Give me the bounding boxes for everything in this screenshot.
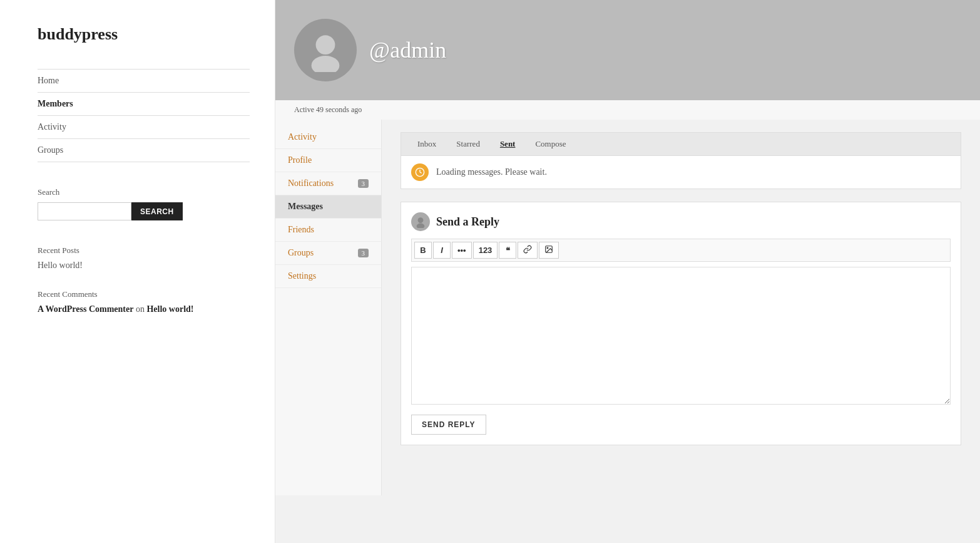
notifications-badge: 3 [358,179,369,188]
loading-text: Loading messages. Please wait. [436,167,547,177]
nav-item-groups[interactable]: Groups [38,139,250,162]
main-content: @admin Active 49 seconds ago Activity Pr… [275,0,980,543]
tab-starred[interactable]: Starred [446,133,490,155]
search-label: Search [38,187,250,197]
clock-icon [415,167,425,177]
left-sidebar: buddypress Home Members Activity Groups … [0,0,275,543]
user-nav-messages[interactable]: Messages [275,195,381,219]
svg-line-4 [420,172,422,173]
reply-textarea[interactable] [411,267,951,405]
comment-author: A WordPress Commenter [38,304,133,314]
nav-link-members[interactable]: Members [38,99,73,108]
messages-tabs: Inbox Starred Sent Compose [401,132,961,155]
reply-title-area: Send a Reply [411,212,951,231]
recent-posts-title: Recent Posts [38,246,250,256]
search-row: SEARCH [38,202,250,220]
recent-comments-section: Recent Comments A WordPress Commenter on… [38,289,250,314]
profile-header: @admin [275,0,980,100]
search-input[interactable] [38,202,131,220]
reply-avatar-icon [414,215,427,228]
user-nav-profile[interactable]: Profile [275,149,381,172]
nav-link-activity[interactable]: Activity [38,122,66,132]
user-nav-friends[interactable]: Friends [275,219,381,242]
recent-posts-section: Recent Posts Hello world! [38,246,250,271]
toolbar-italic[interactable]: I [433,242,451,259]
user-nav: Activity Profile Notifications 3 Message… [275,120,381,288]
profile-username: @admin [369,37,446,63]
svg-point-5 [418,217,424,223]
search-button[interactable]: SEARCH [131,202,183,220]
tab-inbox[interactable]: Inbox [407,133,446,155]
user-nav-groups[interactable]: Groups 3 [275,242,381,265]
toolbar-image[interactable] [539,242,559,259]
comment-entry: A WordPress Commenter on Hello world! [38,304,250,314]
user-nav-settings[interactable]: Settings [275,265,381,288]
avatar [294,19,357,81]
toolbar-blockquote[interactable]: ❝ [499,242,516,259]
loading-icon [411,163,429,181]
main-nav: Home Members Activity Groups [38,69,250,162]
toolbar-bold[interactable]: B [414,242,432,259]
recent-post-link[interactable]: Hello world! [38,261,250,271]
user-nav-column: Activity Profile Notifications 3 Message… [275,120,382,495]
nav-item-members[interactable]: Members [38,93,250,116]
nav-link-groups[interactable]: Groups [38,145,63,155]
link-icon [523,245,532,254]
recent-comments-title: Recent Comments [38,289,250,299]
reply-avatar [411,212,430,231]
avatar-icon [304,28,347,72]
user-nav-notifications[interactable]: Notifications 3 [275,172,381,195]
nav-item-activity[interactable]: Activity [38,116,250,139]
loading-area: Loading messages. Please wait. [401,155,961,189]
nav-link-home[interactable]: Home [38,76,59,85]
svg-point-0 [316,35,335,54]
send-reply-button[interactable]: SEND REPLY [411,415,486,435]
svg-point-6 [417,224,425,228]
tab-compose[interactable]: Compose [525,133,576,155]
image-icon [544,245,553,254]
user-nav-activity[interactable]: Activity [275,126,381,149]
profile-status: Active 49 seconds ago [275,100,980,120]
below-header: Activity Profile Notifications 3 Message… [275,120,980,495]
page-wrapper: buddypress Home Members Activity Groups … [0,0,980,543]
reply-title-text: Send a Reply [436,215,499,229]
toolbar-link[interactable] [518,242,538,259]
toolbar-unordered-list[interactable]: ••• [452,242,472,259]
tab-sent[interactable]: Sent [490,133,526,155]
svg-point-8 [547,247,548,249]
toolbar-ordered-list[interactable]: 1​2​3 [473,242,498,259]
svg-point-1 [312,56,340,72]
content-column: Inbox Starred Sent Compose Loading mess [382,120,980,495]
groups-badge: 3 [358,249,369,257]
nav-item-home[interactable]: Home [38,70,250,93]
comment-on: on [136,304,147,314]
editor-toolbar: B I ••• 1​2​3 ❝ [411,239,951,262]
site-title: buddypress [38,25,250,44]
reply-section: Send a Reply B I ••• 1​2​3 ❝ [401,202,961,445]
comment-post-link[interactable]: Hello world! [146,304,193,314]
